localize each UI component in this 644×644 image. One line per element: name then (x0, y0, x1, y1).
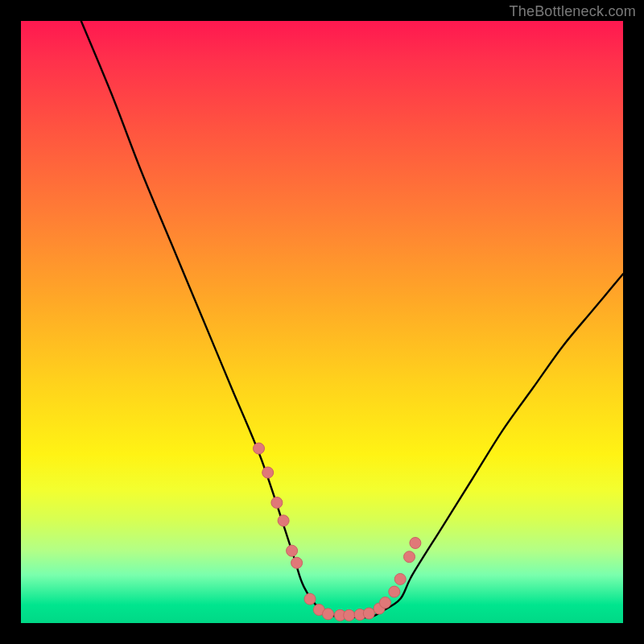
highlight-marker (404, 551, 415, 563)
chart-svg (21, 21, 623, 623)
watermark-text: TheBottleneck.com (510, 3, 636, 20)
highlight-marker (304, 593, 316, 605)
highlight-marker (291, 557, 303, 568)
highlight-marker (262, 467, 274, 478)
highlight-marker (389, 586, 400, 597)
highlight-marker (363, 608, 374, 619)
chart-stage: TheBottleneck.com (0, 0, 644, 644)
bottleneck-curve (81, 21, 623, 617)
marker-layer (254, 443, 421, 621)
highlight-marker (394, 573, 406, 584)
curve-layer (81, 21, 623, 617)
highlight-marker (380, 597, 391, 609)
highlight-marker (278, 515, 289, 526)
plot-area (21, 21, 623, 623)
highlight-marker (271, 497, 283, 508)
highlight-marker (287, 545, 298, 556)
highlight-marker (410, 538, 421, 549)
highlight-marker (344, 609, 355, 621)
highlight-marker (323, 609, 334, 620)
highlight-marker (254, 443, 265, 454)
